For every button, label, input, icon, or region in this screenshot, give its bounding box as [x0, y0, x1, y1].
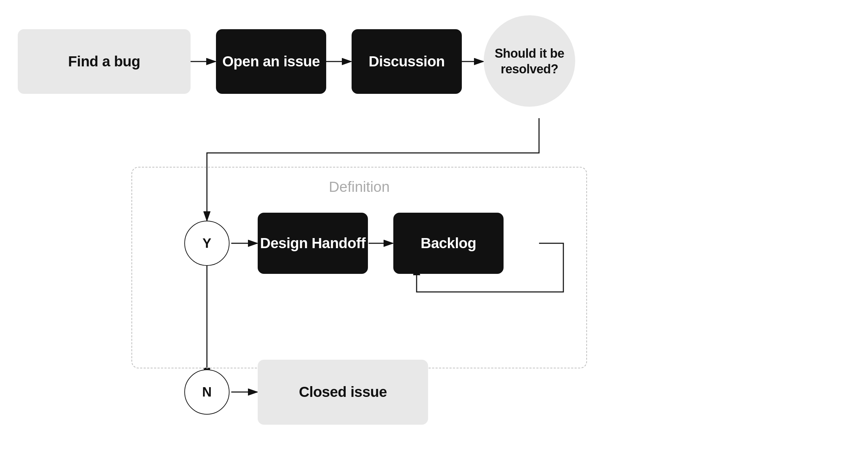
open-an-issue-node: Open an issue	[216, 29, 326, 94]
definition-label: Definition	[329, 179, 389, 195]
backlog-label: Backlog	[421, 234, 476, 253]
should-resolve-node: Should it be resolved?	[484, 15, 575, 107]
find-a-bug-label: Find a bug	[68, 52, 140, 71]
should-resolve-label: Should it be resolved?	[491, 42, 568, 80]
open-an-issue-label: Open an issue	[222, 52, 320, 71]
yes-circle-node: Y	[184, 221, 230, 266]
no-label: N	[202, 385, 211, 400]
closed-issue-node: Closed issue	[258, 360, 428, 425]
diagram: Find a bug Open an issue Discussion Shou…	[0, 0, 868, 465]
find-a-bug-node: Find a bug	[18, 29, 191, 94]
yes-label: Y	[202, 236, 211, 251]
design-handoff-node: Design Handoff	[258, 213, 368, 274]
discussion-node: Discussion	[352, 29, 462, 94]
design-handoff-label: Design Handoff	[260, 234, 365, 253]
closed-issue-label: Closed issue	[299, 383, 387, 401]
discussion-label: Discussion	[369, 52, 445, 71]
no-circle-node: N	[184, 369, 230, 415]
backlog-node: Backlog	[393, 213, 504, 274]
